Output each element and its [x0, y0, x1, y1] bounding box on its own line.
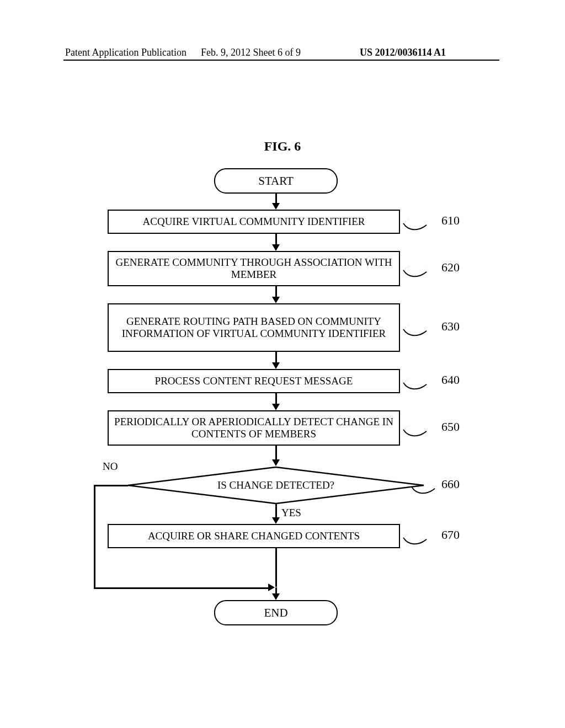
process-step-610: ACQUIRE VIRTUAL COMMUNITY IDENTIFIER	[108, 210, 400, 234]
terminator-end-label: END	[264, 606, 287, 620]
ref-number-660: 660	[441, 477, 460, 491]
ref-arc-icon	[403, 213, 427, 236]
decision-yes-label: YES	[281, 507, 301, 519]
ref-number-610: 610	[441, 213, 460, 228]
decision-660: IS CHANGE DETECTED?	[127, 466, 425, 505]
decision-label: IS CHANGE DETECTED?	[127, 466, 425, 505]
page-container: Patent Application Publication Feb. 9, 2…	[0, 0, 565, 728]
arrow-head-icon	[272, 203, 280, 210]
ref-number-620: 620	[441, 260, 460, 275]
step-label: GENERATE COMMUNITY THROUGH ASSOCIATION W…	[114, 256, 393, 281]
figure-title: FIG. 6	[0, 139, 565, 154]
ref-arc-icon	[403, 319, 427, 342]
arrow-line	[275, 548, 277, 587]
ref-number-640: 640	[441, 373, 460, 387]
ref-arc-icon	[403, 419, 427, 442]
arrow-head-icon	[268, 584, 275, 591]
step-label: PROCESS CONTENT REQUEST MESSAGE	[155, 375, 353, 387]
step-label: GENERATE ROUTING PATH BASED ON COMMUNITY…	[114, 315, 393, 340]
arrow-head-icon	[272, 297, 280, 303]
header-left-text: Patent Application Publication	[65, 47, 186, 58]
arrow-head-icon	[272, 362, 280, 369]
step-label: PERIODICALLY OR APERIODICALLY DETECT CHA…	[114, 416, 393, 440]
arrow-line	[275, 587, 277, 595]
arrow-head-icon	[272, 517, 280, 524]
terminator-start-label: START	[258, 174, 294, 188]
arrow-line	[94, 587, 270, 589]
terminator-end: END	[214, 600, 338, 625]
header-divider	[63, 60, 499, 61]
process-step-650: PERIODICALLY OR APERIODICALLY DETECT CHA…	[108, 410, 400, 446]
arrow-line	[275, 446, 277, 461]
ref-number-630: 630	[441, 319, 460, 334]
ref-arc-icon	[403, 372, 427, 395]
terminator-start: START	[214, 168, 338, 194]
step-label: ACQUIRE VIRTUAL COMMUNITY IDENTIFIER	[143, 216, 365, 228]
ref-number-670: 670	[441, 528, 460, 542]
header-center-text: Feb. 9, 2012 Sheet 6 of 9	[201, 47, 301, 58]
ref-number-650: 650	[441, 420, 460, 434]
header-right-text: US 2012/0036114 A1	[360, 47, 446, 58]
process-step-620: GENERATE COMMUNITY THROUGH ASSOCIATION W…	[108, 251, 400, 286]
arrow-head-icon	[272, 459, 280, 466]
ref-arc-icon	[403, 260, 427, 283]
arrow-line	[94, 485, 95, 588]
process-step-630: GENERATE ROUTING PATH BASED ON COMMUNITY…	[108, 303, 400, 352]
process-step-640: PROCESS CONTENT REQUEST MESSAGE	[108, 369, 400, 393]
decision-no-label: NO	[103, 461, 118, 473]
arrow-line	[275, 504, 277, 519]
arrow-head-icon	[272, 244, 280, 251]
process-step-670: ACQUIRE OR SHARE CHANGED CONTENTS	[108, 524, 400, 548]
step-label: ACQUIRE OR SHARE CHANGED CONTENTS	[148, 530, 360, 542]
arrow-head-icon	[272, 404, 280, 410]
ref-arc-icon	[403, 527, 427, 550]
arrow-line	[94, 485, 128, 486]
